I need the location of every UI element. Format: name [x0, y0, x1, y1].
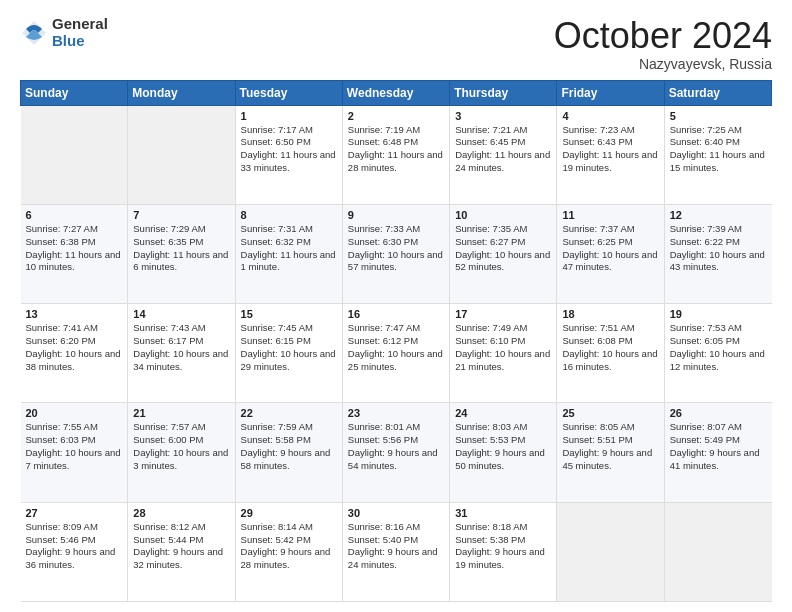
daylight-text: Daylight: 11 hours and 33 minutes.: [241, 149, 337, 175]
day-number: 31: [455, 507, 551, 519]
table-row: 15 Sunrise: 7:45 AM Sunset: 6:15 PM Dayl…: [235, 304, 342, 403]
table-row: 12 Sunrise: 7:39 AM Sunset: 6:22 PM Dayl…: [664, 204, 771, 303]
sunset-text: Sunset: 6:08 PM: [562, 335, 658, 348]
logo-text: General Blue: [52, 16, 108, 49]
day-number: 25: [562, 407, 658, 419]
sunset-text: Sunset: 6:45 PM: [455, 136, 551, 149]
sunset-text: Sunset: 6:20 PM: [26, 335, 123, 348]
sunrise-text: Sunrise: 7:45 AM: [241, 322, 337, 335]
day-number: 9: [348, 209, 444, 221]
table-row: 17 Sunrise: 7:49 AM Sunset: 6:10 PM Dayl…: [450, 304, 557, 403]
day-number: 23: [348, 407, 444, 419]
sunset-text: Sunset: 6:00 PM: [133, 434, 229, 447]
table-row: 28 Sunrise: 8:12 AM Sunset: 5:44 PM Dayl…: [128, 502, 235, 601]
day-number: 3: [455, 110, 551, 122]
table-row: 6 Sunrise: 7:27 AM Sunset: 6:38 PM Dayli…: [21, 204, 128, 303]
daylight-text: Daylight: 11 hours and 19 minutes.: [562, 149, 658, 175]
col-wednesday: Wednesday: [342, 80, 449, 105]
sunrise-text: Sunrise: 7:41 AM: [26, 322, 123, 335]
day-number: 6: [26, 209, 123, 221]
daylight-text: Daylight: 10 hours and 52 minutes.: [455, 249, 551, 275]
sunrise-text: Sunrise: 8:16 AM: [348, 521, 444, 534]
table-row: 18 Sunrise: 7:51 AM Sunset: 6:08 PM Dayl…: [557, 304, 664, 403]
calendar-week-row: 27 Sunrise: 8:09 AM Sunset: 5:46 PM Dayl…: [21, 502, 772, 601]
table-row: 19 Sunrise: 7:53 AM Sunset: 6:05 PM Dayl…: [664, 304, 771, 403]
table-row: 10 Sunrise: 7:35 AM Sunset: 6:27 PM Dayl…: [450, 204, 557, 303]
sunrise-text: Sunrise: 7:51 AM: [562, 322, 658, 335]
table-row: 29 Sunrise: 8:14 AM Sunset: 5:42 PM Dayl…: [235, 502, 342, 601]
sunrise-text: Sunrise: 7:33 AM: [348, 223, 444, 236]
sunrise-text: Sunrise: 7:39 AM: [670, 223, 767, 236]
daylight-text: Daylight: 10 hours and 29 minutes.: [241, 348, 337, 374]
day-number: 17: [455, 308, 551, 320]
sunset-text: Sunset: 6:32 PM: [241, 236, 337, 249]
day-number: 13: [26, 308, 123, 320]
calendar-week-row: 1 Sunrise: 7:17 AM Sunset: 6:50 PM Dayli…: [21, 105, 772, 204]
col-sunday: Sunday: [21, 80, 128, 105]
sunset-text: Sunset: 6:35 PM: [133, 236, 229, 249]
table-row: 2 Sunrise: 7:19 AM Sunset: 6:48 PM Dayli…: [342, 105, 449, 204]
day-number: 1: [241, 110, 337, 122]
daylight-text: Daylight: 9 hours and 58 minutes.: [241, 447, 337, 473]
daylight-text: Daylight: 10 hours and 38 minutes.: [26, 348, 123, 374]
sunset-text: Sunset: 6:12 PM: [348, 335, 444, 348]
sunrise-text: Sunrise: 7:43 AM: [133, 322, 229, 335]
sunrise-text: Sunrise: 7:59 AM: [241, 421, 337, 434]
table-row: 24 Sunrise: 8:03 AM Sunset: 5:53 PM Dayl…: [450, 403, 557, 502]
logo-general-text: General: [52, 16, 108, 33]
day-number: 11: [562, 209, 658, 221]
sunset-text: Sunset: 6:25 PM: [562, 236, 658, 249]
sunrise-text: Sunrise: 8:14 AM: [241, 521, 337, 534]
month-title: October 2024: [554, 16, 772, 56]
location-subtitle: Nazyvayevsk, Russia: [554, 56, 772, 72]
sunset-text: Sunset: 6:48 PM: [348, 136, 444, 149]
day-number: 16: [348, 308, 444, 320]
sunrise-text: Sunrise: 7:53 AM: [670, 322, 767, 335]
daylight-text: Daylight: 10 hours and 34 minutes.: [133, 348, 229, 374]
daylight-text: Daylight: 9 hours and 54 minutes.: [348, 447, 444, 473]
day-number: 2: [348, 110, 444, 122]
day-number: 30: [348, 507, 444, 519]
daylight-text: Daylight: 10 hours and 25 minutes.: [348, 348, 444, 374]
table-row: 30 Sunrise: 8:16 AM Sunset: 5:40 PM Dayl…: [342, 502, 449, 601]
sunset-text: Sunset: 5:42 PM: [241, 534, 337, 547]
sunset-text: Sunset: 5:49 PM: [670, 434, 767, 447]
sunrise-text: Sunrise: 7:29 AM: [133, 223, 229, 236]
sunrise-text: Sunrise: 7:19 AM: [348, 124, 444, 137]
table-row: 1 Sunrise: 7:17 AM Sunset: 6:50 PM Dayli…: [235, 105, 342, 204]
day-number: 24: [455, 407, 551, 419]
daylight-text: Daylight: 10 hours and 43 minutes.: [670, 249, 767, 275]
table-row: 8 Sunrise: 7:31 AM Sunset: 6:32 PM Dayli…: [235, 204, 342, 303]
sunset-text: Sunset: 6:22 PM: [670, 236, 767, 249]
sunrise-text: Sunrise: 8:05 AM: [562, 421, 658, 434]
page: General Blue October 2024 Nazyvayevsk, R…: [0, 0, 792, 612]
daylight-text: Daylight: 10 hours and 21 minutes.: [455, 348, 551, 374]
calendar-week-row: 6 Sunrise: 7:27 AM Sunset: 6:38 PM Dayli…: [21, 204, 772, 303]
daylight-text: Daylight: 10 hours and 3 minutes.: [133, 447, 229, 473]
calendar-week-row: 13 Sunrise: 7:41 AM Sunset: 6:20 PM Dayl…: [21, 304, 772, 403]
daylight-text: Daylight: 11 hours and 24 minutes.: [455, 149, 551, 175]
daylight-text: Daylight: 10 hours and 16 minutes.: [562, 348, 658, 374]
sunrise-text: Sunrise: 7:49 AM: [455, 322, 551, 335]
table-row: [21, 105, 128, 204]
daylight-text: Daylight: 11 hours and 15 minutes.: [670, 149, 767, 175]
daylight-text: Daylight: 9 hours and 24 minutes.: [348, 546, 444, 572]
logo-blue-text: Blue: [52, 33, 108, 50]
sunset-text: Sunset: 5:56 PM: [348, 434, 444, 447]
logo-icon: [20, 19, 48, 47]
day-number: 28: [133, 507, 229, 519]
title-block: October 2024 Nazyvayevsk, Russia: [554, 16, 772, 72]
day-number: 19: [670, 308, 767, 320]
sunset-text: Sunset: 6:50 PM: [241, 136, 337, 149]
sunrise-text: Sunrise: 7:47 AM: [348, 322, 444, 335]
sunrise-text: Sunrise: 8:18 AM: [455, 521, 551, 534]
table-row: [557, 502, 664, 601]
sunset-text: Sunset: 5:51 PM: [562, 434, 658, 447]
sunset-text: Sunset: 6:27 PM: [455, 236, 551, 249]
col-saturday: Saturday: [664, 80, 771, 105]
table-row: 31 Sunrise: 8:18 AM Sunset: 5:38 PM Dayl…: [450, 502, 557, 601]
day-number: 18: [562, 308, 658, 320]
day-number: 14: [133, 308, 229, 320]
table-row: 14 Sunrise: 7:43 AM Sunset: 6:17 PM Dayl…: [128, 304, 235, 403]
table-row: 22 Sunrise: 7:59 AM Sunset: 5:58 PM Dayl…: [235, 403, 342, 502]
